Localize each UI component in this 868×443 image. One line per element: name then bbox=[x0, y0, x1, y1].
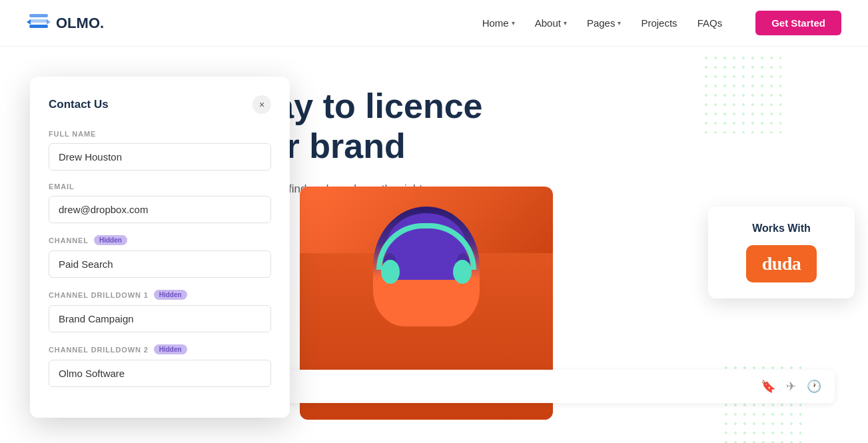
channel-drilldown2-hidden-badge: Hidden bbox=[154, 344, 187, 354]
full-name-input[interactable] bbox=[49, 143, 271, 171]
chevron-down-icon: ▾ bbox=[512, 19, 515, 27]
channel-drilldown2-field-group: CHANNEL DRILLDOWN 2 Hidden bbox=[49, 344, 271, 387]
svg-marker-3 bbox=[27, 19, 31, 25]
channel-drilldown1-field-group: CHANNEL DRILLDOWN 1 Hidden bbox=[49, 290, 271, 332]
person-head bbox=[373, 207, 480, 326]
full-name-field-group: FULL NAME bbox=[49, 130, 271, 171]
logo-icon bbox=[27, 14, 51, 33]
headphones-left bbox=[381, 260, 400, 284]
headphones-right bbox=[453, 260, 472, 284]
nav-pages[interactable]: Pages ▾ bbox=[587, 17, 622, 29]
logo[interactable]: OLMO. bbox=[27, 14, 104, 33]
modal-header: Contact Us × bbox=[49, 95, 271, 114]
logo-text: OLMO. bbox=[56, 15, 104, 32]
clock-icon[interactable]: 🕐 bbox=[807, 379, 821, 394]
chevron-down-icon: ▾ bbox=[564, 19, 567, 27]
svg-rect-1 bbox=[29, 14, 48, 17]
channel-drilldown1-hidden-badge: Hidden bbox=[154, 290, 187, 300]
channel-drilldown2-label: CHANNEL DRILLDOWN 2 Hidden bbox=[49, 344, 271, 354]
works-with-title: Works With bbox=[721, 222, 841, 234]
contact-us-modal: Contact Us × FULL NAME EMAIL CHANNEL Hid… bbox=[30, 77, 290, 418]
bottom-bar: o. 🔖 ✈ 🕐 bbox=[233, 370, 835, 403]
channel-field-group: CHANNEL Hidden bbox=[49, 235, 271, 278]
nav-faqs[interactable]: FAQs bbox=[697, 17, 723, 29]
channel-hidden-badge: Hidden bbox=[94, 235, 127, 245]
bookmark-icon[interactable]: 🔖 bbox=[761, 379, 775, 394]
channel-label: CHANNEL Hidden bbox=[49, 235, 271, 245]
get-started-button[interactable]: Get Started bbox=[755, 11, 841, 35]
channel-drilldown2-input[interactable] bbox=[49, 360, 271, 387]
modal-title: Contact Us bbox=[49, 98, 109, 111]
nav-about[interactable]: About ▾ bbox=[535, 17, 567, 29]
channel-drilldown1-label: CHANNEL DRILLDOWN 1 Hidden bbox=[49, 290, 271, 300]
chevron-down-icon: ▾ bbox=[618, 19, 621, 27]
svg-rect-0 bbox=[29, 19, 48, 23]
nav-home[interactable]: Home ▾ bbox=[482, 17, 515, 29]
channel-drilldown1-input[interactable] bbox=[49, 305, 271, 332]
modal-close-button[interactable]: × bbox=[252, 95, 271, 114]
bottom-bar-icons: 🔖 ✈ 🕐 bbox=[761, 379, 821, 394]
email-input[interactable] bbox=[49, 196, 271, 223]
email-label: EMAIL bbox=[49, 183, 271, 191]
channel-input[interactable] bbox=[49, 250, 271, 278]
navbar: OLMO. Home ▾ About ▾ Pages ▾ Projects FA… bbox=[0, 0, 868, 47]
svg-rect-2 bbox=[29, 25, 48, 28]
svg-marker-4 bbox=[47, 19, 51, 25]
nav-links: Home ▾ About ▾ Pages ▾ Projects FAQs Get… bbox=[482, 11, 841, 35]
email-field-group: EMAIL bbox=[49, 183, 271, 223]
works-with-card: Works With duda bbox=[708, 207, 855, 298]
duda-logo: duda bbox=[746, 245, 817, 282]
full-name-label: FULL NAME bbox=[49, 130, 271, 138]
nav-projects[interactable]: Projects bbox=[641, 17, 677, 29]
share-icon[interactable]: ✈ bbox=[786, 379, 796, 394]
